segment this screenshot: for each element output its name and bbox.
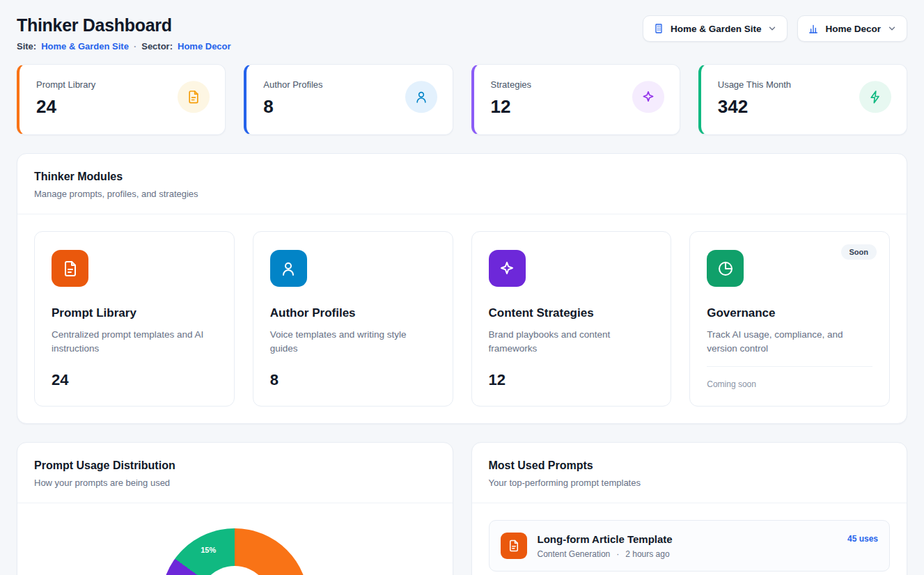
module-description: Brand playbooks and content frameworks [489, 328, 655, 356]
prompt-category: Content Generation [538, 549, 611, 559]
usage-distribution-panel: Prompt Usage Distribution How your promp… [17, 442, 453, 575]
chart-area: 15% [17, 503, 453, 575]
modules-title: Thinker Modules [34, 171, 890, 183]
dashboard-page: Thinker Dashboard Site: Home & Garden Si… [0, 0, 924, 575]
module-description: Centralized prompt templates and AI inst… [52, 328, 217, 356]
document-icon [178, 81, 210, 113]
module-count: 12 [489, 371, 655, 389]
pie-chart-icon [707, 250, 744, 287]
module-description: Track AI usage, compliance, and version … [707, 328, 872, 356]
chevron-down-icon [887, 24, 897, 33]
bar-chart-icon [808, 23, 819, 34]
document-icon [501, 533, 527, 559]
prompt-meta: Content Generation · 2 hours ago [538, 549, 837, 559]
site-link[interactable]: Home & Garden Site [41, 41, 129, 52]
module-card-author-profiles[interactable]: Author Profiles Voice templates and writ… [253, 231, 453, 407]
sparkle-icon [489, 250, 526, 287]
sector-label: Sector: [141, 41, 173, 52]
stats-row: Prompt Library 24 Author Profiles 8 Stra… [17, 64, 907, 135]
coming-soon-text: Coming soon [707, 379, 872, 389]
building-icon [653, 23, 664, 34]
document-icon [52, 250, 88, 287]
divider [707, 366, 872, 367]
uses-badge: 45 uses [847, 534, 878, 544]
prompt-time: 2 hours ago [625, 549, 669, 559]
donut-chart: 15% [161, 528, 308, 575]
donut-segment-label: 15% [201, 546, 216, 554]
usage-title: Prompt Usage Distribution [34, 459, 436, 472]
list-item-prompt[interactable]: Long-form Article Template Content Gener… [489, 520, 891, 572]
module-title: Author Profiles [270, 306, 436, 320]
topbar: Thinker Dashboard Site: Home & Garden Si… [17, 15, 907, 52]
meta-separator: · [134, 41, 136, 52]
thinker-modules-panel: Thinker Modules Manage prompts, profiles… [17, 153, 907, 424]
title-block: Thinker Dashboard Site: Home & Garden Si… [17, 15, 231, 52]
sparkle-icon [632, 81, 664, 113]
module-title: Governance [707, 306, 872, 320]
module-count: 8 [270, 371, 436, 389]
soon-badge: Soon [841, 244, 877, 260]
module-title: Prompt Library [52, 306, 217, 320]
bolt-icon [859, 81, 891, 113]
usage-subtitle: How your prompts are being used [34, 478, 436, 488]
usage-header: Prompt Usage Distribution How your promp… [17, 443, 453, 503]
modules-grid: Prompt Library Centralized prompt templa… [17, 214, 907, 423]
modules-header: Thinker Modules Manage prompts, profiles… [17, 154, 907, 214]
page-title: Thinker Dashboard [17, 15, 231, 36]
user-icon [270, 250, 307, 287]
bottom-row: Prompt Usage Distribution How your promp… [17, 442, 907, 575]
stat-card-strategies: Strategies 12 [471, 64, 680, 135]
module-description: Voice templates and writing style guides [270, 328, 436, 356]
site-label: Site: [17, 41, 36, 52]
meta-separator: · [616, 549, 619, 559]
most-used-subtitle: Your top-performing prompt templates [489, 478, 891, 488]
sector-selector-label: Home Decor [825, 24, 881, 34]
stat-card-usage: Usage This Month 342 [698, 64, 907, 135]
module-card-content-strategies[interactable]: Content Strategies Brand playbooks and c… [471, 231, 672, 407]
most-used-title: Most Used Prompts [489, 459, 891, 472]
stat-card-prompt-library: Prompt Library 24 [17, 64, 226, 135]
module-card-governance[interactable]: Soon Governance Track AI usage, complian… [689, 231, 890, 407]
sector-selector-dropdown[interactable]: Home Decor [797, 15, 907, 42]
most-used-header: Most Used Prompts Your top-performing pr… [472, 443, 907, 503]
stat-card-author-profiles: Author Profiles 8 [244, 64, 453, 135]
site-selector-dropdown[interactable]: Home & Garden Site [643, 15, 788, 42]
modules-subtitle: Manage prompts, profiles, and strategies [34, 189, 890, 199]
breadcrumb: Site: Home & Garden Site · Sector: Home … [17, 41, 231, 52]
chevron-down-icon [767, 24, 777, 33]
sector-link[interactable]: Home Decor [178, 41, 231, 52]
module-count: 24 [52, 371, 217, 389]
site-selector-label: Home & Garden Site [671, 24, 762, 34]
prompt-title: Long-form Article Template [538, 533, 837, 545]
most-used-prompts-panel: Most Used Prompts Your top-performing pr… [471, 442, 908, 575]
module-card-prompt-library[interactable]: Prompt Library Centralized prompt templa… [34, 231, 235, 407]
header-selectors: Home & Garden Site Home Decor [643, 15, 907, 42]
module-title: Content Strategies [489, 306, 655, 320]
prompt-list: Long-form Article Template Content Gener… [472, 503, 907, 575]
user-icon [405, 81, 437, 113]
prompt-text-block: Long-form Article Template Content Gener… [538, 533, 837, 559]
